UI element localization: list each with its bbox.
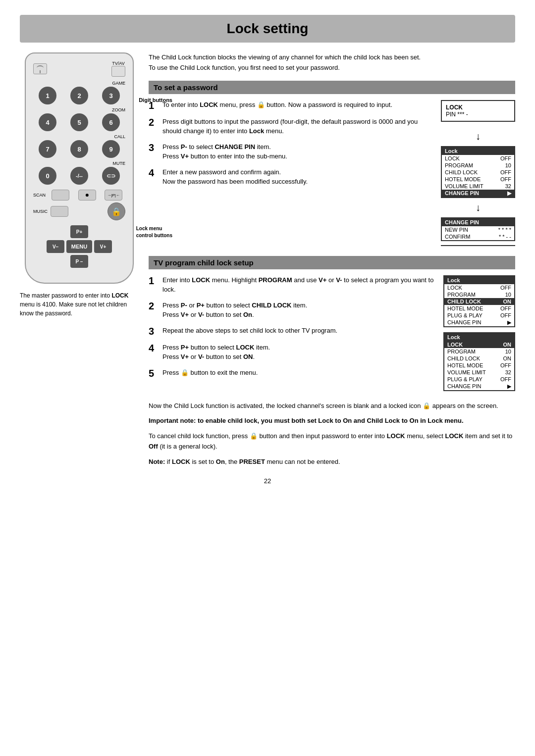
bottom-notes: Now the Child Lock function is activated… xyxy=(149,401,515,467)
digit-5[interactable]: 5 xyxy=(70,113,88,131)
digit-2[interactable]: 2 xyxy=(70,87,88,104)
p-plus-button[interactable]: P+ xyxy=(70,225,88,238)
digit-buttons-label: Digit buttons xyxy=(139,97,172,103)
confirm-pin-row: CONFIRM* * - - xyxy=(442,233,514,240)
lock-menu-2: Lock LOCKOFF PROGRAM10 CHILD LOCKON HOTE… xyxy=(443,275,515,327)
rec-btn[interactable]: ⏺ xyxy=(78,190,96,201)
lock-menu-1-header: Lock xyxy=(442,147,514,155)
arrow-down: ↓ xyxy=(441,131,515,142)
digit-grid-3: 7 8 9 xyxy=(33,140,125,158)
section2-menu-boxes: Lock LOCKOFF PROGRAM10 CHILD LOCKON HOTE… xyxy=(443,275,515,391)
lock-pin-display: LOCK PIN *** - xyxy=(441,100,515,122)
activated-note: Now the Child Lock function is activated… xyxy=(149,401,515,411)
v-minus-button[interactable]: V– xyxy=(47,240,64,253)
mute-label: MUTE xyxy=(33,161,125,166)
power-button[interactable] xyxy=(33,63,47,74)
step-1-2: 2 Press digit buttons to input the passw… xyxy=(149,117,436,136)
game-label: GAME xyxy=(112,81,125,86)
lock-menu-3: Lock LOCKON PROGRAM10 CHILD LOCKON HOTEL… xyxy=(443,332,515,391)
digit-6[interactable]: 6 xyxy=(102,113,120,131)
page-title: Lock setting xyxy=(20,15,515,43)
scan-btn[interactable] xyxy=(52,190,69,201)
digit-grid-4: 0 -/-- ⊂⊃ xyxy=(33,167,125,185)
call-label: CALL xyxy=(33,134,125,139)
lock-row-volume: VOLUME LIMIT32 xyxy=(442,183,514,190)
lock-row-hotel: HOTEL MODEOFF xyxy=(442,176,514,183)
menu-button[interactable]: MENU xyxy=(66,240,92,253)
step-2-2: 2 Press P- or P+ button to select CHILD … xyxy=(149,301,438,320)
zoom-label: ZOOM xyxy=(33,107,125,112)
section1-header: To set a password xyxy=(149,81,515,94)
lock-row-program: PROGRAM10 xyxy=(442,162,514,169)
new-pin-row: NEW PIN* * * * xyxy=(442,226,514,233)
divider-line xyxy=(441,245,515,246)
cancel-note: To cancel child lock function, press 🔒 b… xyxy=(149,431,515,452)
lock-menu-label: Lock menucontrol buttons xyxy=(136,225,172,239)
digit-9[interactable]: 9 xyxy=(102,140,120,158)
digit-grid: 1 2 3 xyxy=(33,87,125,104)
section1-steps: 1 To enter into LOCK menu, press 🔒 butto… xyxy=(149,100,436,246)
lock-menu-1: Lock LOCKOFF PROGRAM10 CHILD LOCKOFF HOT… xyxy=(441,146,515,198)
lock-row-childlock: CHILD LOCKOFF xyxy=(442,169,514,176)
digit-dash[interactable]: -/-- xyxy=(70,167,88,185)
digit-0[interactable]: 0 xyxy=(39,167,56,185)
pip-btn[interactable]: →|P|← xyxy=(105,190,122,201)
music-btn[interactable] xyxy=(51,206,68,217)
preset-note: Note: if LOCK is set to On, the PRESET m… xyxy=(149,457,515,467)
music-label: MUSIC xyxy=(33,209,48,214)
digit-grid-2: 4 5 6 xyxy=(33,113,125,131)
scan-label: SCAN xyxy=(33,193,46,198)
lock-button[interactable]: 🔒 xyxy=(107,202,125,220)
lock-row-changepin: CHANGE PIN▶ xyxy=(442,190,514,197)
digit-7[interactable]: 7 xyxy=(39,140,56,158)
lock-menu-2-header: Lock xyxy=(444,276,514,284)
v-plus-button[interactable]: V+ xyxy=(94,240,112,253)
change-pin-header: CHANGE PIN xyxy=(442,218,514,226)
important-note: Important note: to enable child lock, yo… xyxy=(149,416,515,426)
page-number: 22 xyxy=(20,477,515,485)
digit-1[interactable]: 1 xyxy=(39,87,56,104)
step-1-3: 3 Press P- to select CHANGE PIN item. Pr… xyxy=(149,142,436,161)
arrow-down-2: ↓ xyxy=(441,202,515,213)
step-2-3: 3 Repeat the above steps to set child lo… xyxy=(149,326,438,337)
remote-control: TV/AV GAME 1 2 3 ZOOM xyxy=(25,52,134,284)
digit-3[interactable]: 3 xyxy=(102,87,120,104)
tvav-button[interactable] xyxy=(111,66,125,77)
digit-4[interactable]: 4 xyxy=(39,113,56,131)
section2-steps: 1 Enter into LOCK menu. Highlight PROGRA… xyxy=(149,275,438,391)
digit-cc[interactable]: ⊂⊃ xyxy=(102,167,120,185)
step-1-1: 1 To enter into LOCK menu, press 🔒 butto… xyxy=(149,100,436,111)
change-pin-box: CHANGE PIN NEW PIN* * * * CONFIRM* * - - xyxy=(441,217,515,241)
step-2-5: 5 Press 🔒 button to exit the menu. xyxy=(149,368,438,379)
tvav-label: TV/AV xyxy=(112,61,124,66)
step-1-4: 4 Enter a new password and confirm again… xyxy=(149,167,436,187)
digit-8[interactable]: 8 xyxy=(70,140,88,158)
section2-header: TV program child lock setup xyxy=(149,256,515,269)
intro-text: The Child Lock function blocks the viewi… xyxy=(149,52,515,73)
lock-pin-line1: LOCK xyxy=(446,104,510,111)
lock-pin-line2: PIN *** - xyxy=(446,111,510,118)
remote-caption: The master password to enter into LOCK m… xyxy=(20,291,139,318)
p-minus-button[interactable]: P – xyxy=(70,255,88,268)
step-2-1: 1 Enter into LOCK menu. Highlight PROGRA… xyxy=(149,275,438,295)
step-2-4: 4 Press P+ button to select LOCK item. P… xyxy=(149,343,438,362)
lock-row-lock: LOCKOFF xyxy=(442,155,514,162)
lock-menu-3-header: Lock xyxy=(444,333,514,341)
